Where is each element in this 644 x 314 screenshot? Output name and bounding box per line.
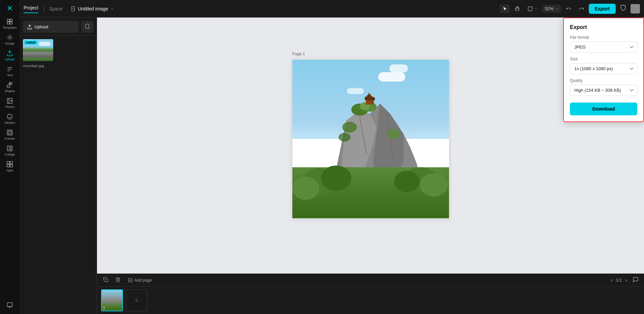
svg-point-48 — [321, 165, 351, 191]
size-label: Size — [570, 57, 637, 61]
thumbnails-row: 1 + — [97, 287, 644, 314]
svg-point-45 — [339, 133, 351, 142]
panel-header: Upload — [20, 18, 97, 36]
svg-rect-16 — [7, 146, 9, 151]
zoom-control[interactable]: 52% — [542, 5, 561, 12]
nav-underline — [24, 12, 38, 13]
download-button[interactable]: Download — [570, 103, 637, 115]
svg-rect-19 — [7, 162, 10, 164]
sidebar-item-chat[interactable] — [1, 300, 19, 311]
add-page-button[interactable]: Add page — [125, 277, 154, 284]
doc-title[interactable]: Untitled image — [70, 6, 114, 11]
page-nav: ‹ 1/1 › — [609, 277, 629, 284]
nav-tools: 52% Export — [500, 2, 640, 15]
export-panel: Export File format JPEG PNG PDF SVG WebP… — [563, 18, 644, 122]
sidebar-item-photos[interactable]: Photos — [1, 95, 19, 111]
quality-label: Quality — [570, 78, 637, 83]
svg-point-43 — [342, 122, 357, 133]
add-page-thumbnail-button[interactable]: + — [126, 289, 148, 311]
svg-point-44 — [387, 129, 400, 139]
file-format-label: File format — [570, 35, 637, 40]
quality-select[interactable]: High (154 KB – 308 KB) Medium (77 KB – 1… — [570, 85, 637, 96]
next-page-button[interactable]: › — [624, 277, 629, 284]
project-nav-item[interactable]: Project — [24, 5, 38, 13]
svg-point-51 — [394, 171, 420, 192]
duplicate-page-button[interactable] — [101, 276, 110, 285]
sidebar-item-design[interactable]: Design — [1, 32, 19, 47]
svg-rect-14 — [7, 130, 12, 135]
canvas-wrapper: Page 1 — [292, 60, 449, 218]
svg-rect-27 — [72, 6, 75, 11]
export-panel-title: Export — [570, 24, 637, 30]
frame-tool-button[interactable] — [525, 4, 540, 13]
svg-rect-20 — [10, 162, 13, 164]
svg-point-6 — [9, 37, 11, 38]
svg-rect-23 — [7, 303, 12, 307]
svg-rect-5 — [10, 22, 12, 24]
svg-rect-30 — [528, 7, 532, 11]
svg-rect-2 — [7, 19, 10, 22]
bottom-toolbar: Add page ‹ 1/1 › — [97, 274, 644, 287]
svg-rect-40 — [365, 97, 375, 100]
panel-content: Added mountain.jpg — [20, 36, 97, 314]
svg-rect-17 — [10, 146, 12, 148]
uploaded-file-item[interactable]: Added — [23, 39, 53, 61]
page-label: Page 1 — [292, 52, 305, 56]
canvas[interactable] — [292, 60, 449, 218]
redo-button[interactable] — [576, 4, 587, 13]
svg-point-12 — [8, 99, 9, 101]
device-button[interactable] — [81, 21, 93, 33]
upload-button[interactable]: Upload — [23, 21, 78, 33]
sidebar-item-text[interactable]: Text — [1, 64, 19, 79]
svg-marker-10 — [9, 82, 11, 84]
svg-rect-18 — [10, 149, 12, 151]
user-avatar[interactable] — [631, 4, 640, 13]
canvas-area: Page 1 — [97, 18, 644, 274]
svg-rect-39 — [366, 99, 374, 105]
top-nav: Project | Space Untitled image — [20, 0, 644, 18]
export-button[interactable]: Export — [589, 4, 616, 14]
svg-point-13 — [7, 114, 12, 119]
undo-button[interactable] — [563, 4, 574, 13]
prev-page-button[interactable]: ‹ — [609, 277, 614, 284]
svg-rect-25 — [86, 24, 89, 28]
size-group: Size 1x (1080 x 1080 px) 2x (2160 x 2160… — [570, 57, 637, 74]
panel-sidebar: Upload Added mountain.jpg ◀ — [20, 18, 97, 314]
svg-point-47 — [292, 176, 319, 200]
sidebar-item-collage[interactable]: Collage — [1, 143, 19, 158]
page-thumbnail-1[interactable]: 1 — [101, 289, 123, 311]
file-format-select[interactable]: JPEG PNG PDF SVG WebP — [570, 41, 637, 53]
select-tool-button[interactable] — [500, 4, 510, 13]
file-format-group: File format JPEG PNG PDF SVG WebP — [570, 35, 637, 53]
sidebar-item-upload[interactable]: Upload — [1, 48, 19, 63]
logo-button[interactable] — [1, 3, 19, 13]
svg-rect-4 — [7, 22, 10, 24]
sidebar-item-apps[interactable]: Apps — [1, 159, 19, 174]
upload-filename: mountain.jpg — [23, 64, 93, 68]
svg-rect-8 — [7, 85, 10, 88]
svg-rect-21 — [7, 165, 10, 167]
comment-button[interactable] — [631, 275, 640, 285]
quality-group: Quality High (154 KB – 308 KB) Medium (7… — [570, 78, 637, 96]
sidebar-item-frames[interactable]: Frames — [1, 127, 19, 142]
svg-rect-3 — [10, 19, 12, 22]
icon-sidebar: Templates Design Upload Text Shapes Phot… — [0, 0, 20, 314]
sidebar-item-shapes[interactable]: Shapes — [1, 80, 19, 95]
svg-rect-52 — [105, 279, 108, 282]
bottom-bar: Add page ‹ 1/1 › 1 + — [97, 274, 644, 314]
space-nav-item[interactable]: Space — [49, 6, 63, 11]
delete-page-button[interactable] — [113, 276, 123, 285]
added-badge: Added — [24, 40, 37, 45]
sidebar-item-stickers[interactable]: Stickers — [1, 111, 19, 126]
size-select[interactable]: 1x (1080 x 1080 px) 2x (2160 x 2160 px) … — [570, 63, 637, 74]
svg-rect-22 — [10, 165, 13, 167]
svg-point-50 — [420, 173, 448, 196]
svg-rect-15 — [8, 131, 11, 134]
hand-tool-button[interactable] — [512, 4, 523, 13]
sidebar-item-templates[interactable]: Templates — [1, 16, 19, 31]
shield-button[interactable] — [618, 2, 629, 15]
